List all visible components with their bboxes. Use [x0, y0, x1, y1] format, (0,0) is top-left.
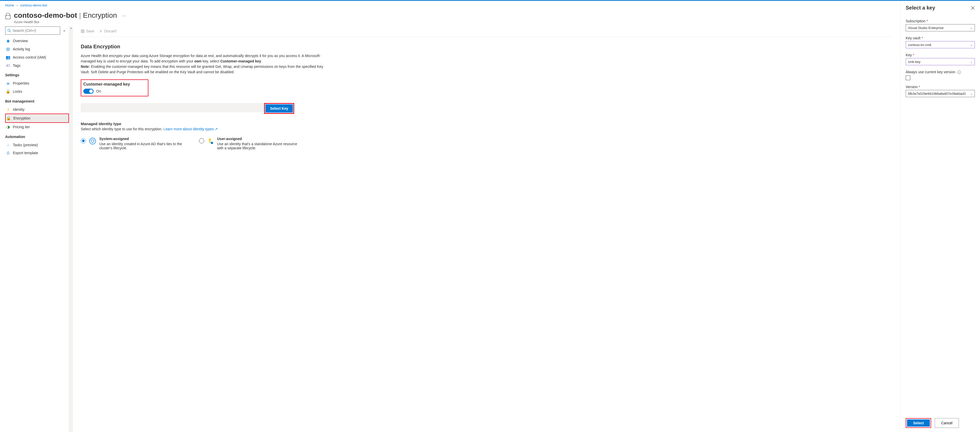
sidebar-item-label: Tasks (preview): [13, 143, 38, 147]
page-title: contoso-demo-bot | Encryption: [14, 11, 117, 19]
cmk-title: Customer-managed key: [83, 82, 130, 87]
chevron-down-icon: ⌄: [970, 92, 972, 95]
sidebar-item-identity[interactable]: ⚷ Identity: [5, 105, 69, 114]
sidebar-item-label: Tags: [13, 64, 21, 68]
svg-point-2: [89, 138, 95, 144]
search-input[interactable]: [5, 27, 60, 35]
nav-heading-automation: Automation: [5, 131, 69, 141]
option-title: System-assigned: [99, 137, 184, 141]
version-select[interactable]: 6fb3e7e029e941068a6e807e39afdad3 ⌄: [906, 90, 975, 97]
nav-heading-settings: Settings: [5, 69, 69, 79]
svg-rect-4: [209, 140, 210, 143]
select-button[interactable]: Select: [907, 419, 930, 427]
scroll-up-icon[interactable]: ▲: [69, 27, 73, 30]
sidebar-item-label: Locks: [13, 89, 22, 94]
sidebar-item-tasks[interactable]: ⛬ Tasks (preview): [5, 141, 69, 149]
sidebar-item-overview[interactable]: ◉ Overview: [5, 37, 69, 45]
save-icon: [81, 29, 84, 33]
subscription-label: Subscription *: [906, 19, 975, 23]
sidebar-item-pricing-tier[interactable]: ◑ Pricing tier: [5, 123, 69, 131]
key-label: Key *: [906, 53, 975, 57]
sidebar-scrollbar[interactable]: ▲: [69, 27, 73, 432]
identity-type-desc: Select which identity type to use for th…: [81, 127, 892, 131]
info-icon[interactable]: i: [958, 70, 961, 74]
select-key-button[interactable]: Select Key: [266, 104, 293, 113]
keyvault-label: Key vault *: [906, 36, 975, 40]
radio-system-assigned[interactable]: [81, 138, 86, 143]
collapse-sidebar-button[interactable]: «: [62, 27, 66, 34]
cmk-toggle[interactable]: [83, 89, 94, 94]
cmk-highlight-box: Customer-managed key On: [81, 79, 148, 96]
sidebar-item-tags[interactable]: 🏷 Tags: [5, 62, 69, 69]
sidebar-item-activity-log[interactable]: ▤ Activity log: [5, 45, 69, 53]
sidebar-item-label: Identity: [13, 107, 24, 111]
sidebar-item-label: Properties: [13, 81, 29, 85]
breadcrumb-home[interactable]: Home: [5, 3, 14, 7]
log-icon: ▤: [6, 47, 10, 51]
sidebar-item-label: Export template: [13, 151, 38, 155]
chevron-right-icon: ›: [16, 3, 18, 7]
breadcrumb: Home › contoso-demo-bot: [0, 1, 900, 10]
heart-badge-icon: [89, 137, 96, 145]
people-icon: 👥: [6, 55, 10, 60]
version-label: Version *: [906, 85, 975, 89]
export-icon: ⎙: [6, 151, 10, 155]
overview-icon: ◉: [6, 38, 10, 43]
discard-icon: [99, 29, 103, 33]
select-key-panel: Select a key Subscription * Visual Studi…: [900, 1, 980, 432]
learn-more-link[interactable]: Learn more about identity types ↗: [163, 127, 218, 131]
option-desc: Use an identity that's a standalone Azur…: [217, 142, 302, 150]
svg-line-1: [10, 31, 11, 32]
select-button-highlight: Select: [906, 418, 931, 428]
lock-icon: [5, 13, 11, 19]
chevron-down-icon: ⌄: [970, 60, 972, 64]
cancel-button[interactable]: Cancel: [935, 418, 959, 428]
sidebar-item-properties[interactable]: ≣ Properties: [5, 79, 69, 87]
subscription-select[interactable]: Visual Studio Enterprise ⌄: [906, 24, 975, 31]
search-icon: [8, 29, 11, 32]
identity-icon: ⚷: [6, 107, 10, 112]
toggle-label: On: [96, 89, 101, 93]
external-link-icon: ↗: [215, 127, 218, 131]
svg-rect-5: [211, 142, 213, 144]
always-current-label: Always use current key version i: [906, 70, 975, 74]
save-button[interactable]: Save: [81, 29, 94, 33]
sidebar-item-label: Overview: [13, 39, 28, 43]
lock-icon: 🔒: [6, 116, 11, 121]
select-key-highlight: Select Key: [264, 103, 294, 114]
pricing-icon: ◑: [6, 125, 10, 129]
breadcrumb-resource[interactable]: contoso-demo-bot: [20, 3, 47, 7]
key-uri-input[interactable]: [81, 103, 264, 112]
chevron-down-icon: ⌄: [970, 26, 972, 30]
sidebar-item-encryption[interactable]: 🔒 Encryption: [5, 114, 69, 123]
key-select[interactable]: cmk-key ⌄: [906, 58, 975, 65]
sidebar-item-export-template[interactable]: ⎙ Export template: [5, 149, 69, 157]
close-icon[interactable]: [971, 6, 975, 10]
sidebar-item-label: Access control (IAM): [13, 55, 46, 59]
sidebar-item-label: Activity log: [13, 47, 30, 51]
always-current-checkbox[interactable]: [906, 76, 910, 80]
identity-type-heading: Managed identity type: [81, 122, 892, 126]
sidebar-item-access-control[interactable]: 👥 Access control (IAM): [5, 53, 69, 62]
option-desc: Use an identity created in Azure AD that…: [99, 142, 184, 150]
keyvault-select[interactable]: contoso-kv-cmk ⌄: [906, 41, 975, 48]
more-icon[interactable]: ⋯: [120, 11, 128, 20]
chevron-down-icon: ⌄: [970, 43, 972, 46]
sidebar-item-label: Pricing tier: [13, 125, 30, 129]
section-title: Data Encryption: [81, 44, 892, 49]
key-badge-icon: [207, 137, 214, 145]
encryption-description: Azure Health Bot encrypts your data usin…: [81, 53, 328, 75]
panel-title: Select a key: [906, 5, 935, 11]
tasks-icon: ⛬: [6, 143, 10, 147]
radio-user-assigned[interactable]: [199, 138, 204, 143]
resource-type-label: Azure Health Bot: [14, 20, 117, 24]
svg-point-0: [8, 29, 10, 31]
svg-point-3: [209, 138, 211, 141]
lock-icon: 🔒: [6, 89, 10, 94]
option-title: User-assigned: [217, 137, 302, 141]
sidebar-item-locks[interactable]: 🔒 Locks: [5, 87, 69, 95]
nav-heading-bot-management: Bot management: [5, 95, 69, 105]
discard-button[interactable]: Discard: [99, 29, 116, 33]
properties-icon: ≣: [6, 81, 10, 86]
tag-icon: 🏷: [6, 63, 10, 68]
